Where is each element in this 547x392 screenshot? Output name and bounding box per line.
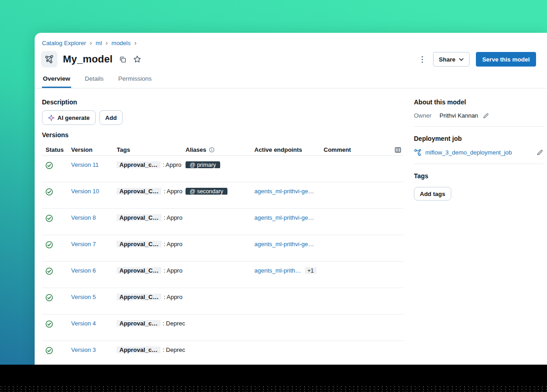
status-ready-icon bbox=[45, 243, 53, 250]
breadcrumb-ml[interactable]: ml bbox=[96, 40, 102, 46]
more-actions-button[interactable] bbox=[418, 53, 427, 66]
owner-label: Owner bbox=[414, 112, 431, 119]
endpoint-link[interactable]: agents_ml-prith… bbox=[254, 267, 301, 274]
endpoint-link[interactable]: agents_ml-prithvi-ge… bbox=[254, 188, 314, 195]
info-icon[interactable] bbox=[209, 147, 215, 153]
status-ready-icon bbox=[45, 270, 53, 277]
edit-deployment-job-pencil-icon[interactable] bbox=[537, 149, 543, 156]
share-button[interactable]: Share bbox=[433, 52, 470, 67]
deployment-job-link[interactable]: mlflow_3_demo_deployment_job bbox=[425, 149, 528, 156]
version-link[interactable]: Version 5 bbox=[71, 294, 96, 300]
breadcrumb-separator-icon: › bbox=[90, 39, 92, 46]
version-row: Version 4 Approval_c…: Deprec bbox=[42, 315, 403, 341]
screenshot-bottom-band bbox=[0, 365, 547, 392]
version-link[interactable]: Version 6 bbox=[71, 267, 96, 274]
chevron-down-icon bbox=[459, 58, 464, 61]
tag-value: : Appro bbox=[164, 267, 182, 274]
tab-overview[interactable]: Overview bbox=[42, 71, 71, 88]
status-ready-icon bbox=[45, 217, 53, 224]
version-row: Version 7 Approval_C…: Appro agents_ml-p… bbox=[42, 235, 403, 262]
version-link[interactable]: Version 8 bbox=[71, 214, 96, 221]
divider bbox=[414, 164, 543, 164]
tag-pill[interactable]: Approval_C… bbox=[117, 241, 161, 248]
tab-details[interactable]: Details bbox=[84, 71, 104, 88]
page-content: Description AI generate Add Versions Sta bbox=[35, 88, 547, 365]
tag-value: : Appro bbox=[164, 241, 182, 248]
version-row: Version 3 Approval_c…: Deprec bbox=[42, 341, 403, 365]
workflow-job-icon bbox=[414, 149, 422, 156]
divider bbox=[414, 126, 543, 127]
status-ready-icon bbox=[45, 296, 53, 303]
versions-table: Status Version Tags Aliases Active endpo… bbox=[42, 144, 403, 365]
serve-this-model-button[interactable]: Serve this model bbox=[476, 52, 536, 67]
column-header-aliases: Aliases bbox=[186, 146, 254, 153]
column-settings-icon[interactable] bbox=[394, 146, 402, 154]
tag-pill[interactable]: Approval_c… bbox=[117, 346, 160, 353]
alias-pill[interactable]: @ secondary bbox=[186, 188, 227, 195]
endpoint-link[interactable]: agents_ml-prithvi-ge… bbox=[254, 214, 314, 221]
version-link[interactable]: Version 10 bbox=[71, 188, 99, 195]
tab-bar: Overview Details Permissions bbox=[35, 71, 547, 88]
add-description-button[interactable]: Add bbox=[99, 110, 123, 125]
ai-generate-button[interactable]: AI generate bbox=[42, 110, 96, 125]
deployment-job-heading: Deployment job bbox=[414, 135, 543, 142]
tag-value: : Appro bbox=[164, 188, 182, 195]
aliases-header-label: Aliases bbox=[186, 146, 206, 153]
ai-generate-label: AI generate bbox=[57, 114, 90, 121]
favorite-star-icon[interactable] bbox=[133, 55, 141, 63]
breadcrumb-separator-icon: › bbox=[106, 39, 108, 46]
about-heading: About this model bbox=[414, 98, 543, 106]
version-link[interactable]: Version 4 bbox=[71, 320, 96, 327]
endpoint-link[interactable]: agents_ml-prithvi-ge… bbox=[254, 241, 314, 248]
tags-heading: Tags bbox=[414, 172, 543, 180]
versions-heading: Versions bbox=[42, 131, 403, 139]
tag-pill[interactable]: Approval_C… bbox=[117, 294, 161, 300]
version-link[interactable]: Version 3 bbox=[71, 346, 96, 353]
tag-value: : Deprec bbox=[163, 346, 185, 353]
tag-value: : Appro bbox=[163, 161, 181, 168]
version-row: Version 5 Approval_C…: Appro bbox=[42, 288, 403, 315]
tab-permissions[interactable]: Permissions bbox=[117, 71, 153, 88]
tag-value: : Deprec bbox=[163, 320, 185, 327]
description-heading: Description bbox=[42, 98, 403, 106]
tag-pill[interactable]: Approval_C… bbox=[117, 267, 161, 274]
column-header-version: Version bbox=[71, 146, 117, 153]
column-header-active-endpoints: Active endpoints bbox=[254, 146, 324, 153]
breadcrumb-separator-icon: › bbox=[134, 39, 136, 46]
alias-pill[interactable]: @ primary bbox=[186, 161, 220, 168]
add-tags-button[interactable]: Add tags bbox=[414, 187, 451, 201]
version-row: Version 11 Approval_c…: Appro @ primary bbox=[42, 156, 403, 182]
status-ready-icon bbox=[45, 323, 53, 330]
versions-table-header: Status Version Tags Aliases Active endpo… bbox=[42, 144, 403, 156]
description-actions: AI generate Add bbox=[42, 110, 403, 125]
endpoint-more-badge[interactable]: +1 bbox=[305, 267, 317, 274]
tag-value: : Appro bbox=[164, 214, 182, 221]
tag-pill[interactable]: Approval_c… bbox=[117, 161, 160, 168]
page-title: My_model bbox=[63, 53, 113, 65]
header-actions: Share Serve this model bbox=[418, 52, 540, 67]
column-header-comment: Comment bbox=[324, 146, 383, 153]
tag-pill[interactable]: Approval_C… bbox=[117, 214, 161, 221]
column-header-tags: Tags bbox=[117, 146, 186, 153]
ai-sparkle-icon bbox=[48, 114, 55, 121]
noise-edge bbox=[0, 386, 547, 392]
model-icon bbox=[41, 51, 57, 67]
deployment-job-row: mlflow_3_demo_deployment_job bbox=[414, 149, 543, 156]
breadcrumb-catalog-explorer[interactable]: Catalog Explorer bbox=[42, 40, 86, 46]
owner-value: Prithvi Kannan bbox=[439, 112, 478, 119]
edit-owner-pencil-icon[interactable] bbox=[483, 113, 489, 119]
version-row: Version 10 Approval_C…: Appro @ secondar… bbox=[42, 182, 403, 209]
tag-pill[interactable]: Approval_c… bbox=[117, 320, 160, 327]
version-link[interactable]: Version 7 bbox=[71, 241, 96, 248]
sidebar: About this model Owner Prithvi Kannan De… bbox=[414, 88, 543, 201]
version-link[interactable]: Version 11 bbox=[71, 161, 98, 168]
title-row: My_model Share Serve this model bbox=[35, 46, 547, 67]
main-column: Description AI generate Add Versions Sta bbox=[35, 88, 403, 365]
breadcrumb-models[interactable]: models bbox=[112, 40, 131, 46]
column-header-status: Status bbox=[42, 146, 71, 153]
copy-name-icon[interactable] bbox=[119, 56, 127, 63]
tag-value: : Appro bbox=[164, 294, 182, 300]
status-ready-icon bbox=[45, 349, 53, 356]
tag-pill[interactable]: Approval_C… bbox=[117, 188, 161, 195]
version-row: Version 6 Approval_C…: Appro agents_ml-p… bbox=[42, 262, 403, 288]
